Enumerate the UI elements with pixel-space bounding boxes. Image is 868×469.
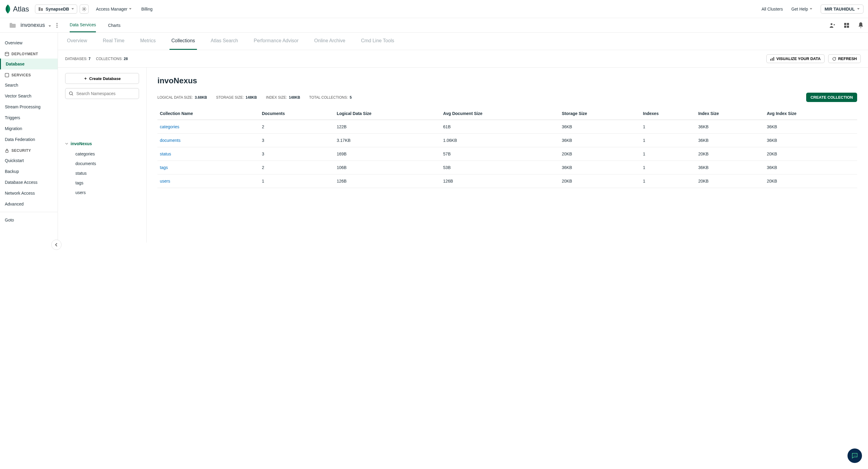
chevron-down-icon xyxy=(129,8,131,10)
tree-collection-categories[interactable]: categories xyxy=(65,149,139,159)
ctab-cmd-line-tools[interactable]: Cmd Line Tools xyxy=(359,33,396,50)
sidebar-advanced[interactable]: Advanced xyxy=(0,199,58,209)
sidebar-triggers[interactable]: Triggers xyxy=(0,112,58,123)
gear-icon xyxy=(82,7,87,11)
svg-point-5 xyxy=(56,27,58,28)
tree-collection-documents[interactable]: documents xyxy=(65,159,139,168)
th-name: Collection Name xyxy=(157,108,259,120)
billing-link[interactable]: Billing xyxy=(141,7,152,11)
person-plus-icon xyxy=(829,22,835,28)
sidebar-security-head: SECURITY xyxy=(0,145,58,155)
divider xyxy=(0,212,58,212)
invite-button[interactable] xyxy=(829,22,835,28)
collection-link[interactable]: users xyxy=(160,179,170,183)
access-manager-link[interactable]: Access Manager xyxy=(96,7,131,11)
ctab-collections[interactable]: Collections xyxy=(169,33,197,50)
extensions-button[interactable] xyxy=(843,22,849,28)
th-logical: Logical Data Size xyxy=(334,108,441,120)
org-selector[interactable]: SynapseDB xyxy=(35,4,77,13)
org-icon xyxy=(38,7,43,11)
svg-rect-1 xyxy=(41,8,43,11)
sidebar-quickstart[interactable]: Quickstart xyxy=(0,155,58,166)
ctab-overview[interactable]: Overview xyxy=(65,33,89,50)
lock-icon xyxy=(5,148,9,153)
get-help-link[interactable]: Get Help xyxy=(792,7,812,11)
sidebar-collapse-button[interactable] xyxy=(51,240,62,250)
sidebar-search[interactable]: Search xyxy=(0,80,58,91)
sidebar-stream-processing[interactable]: Stream Processing xyxy=(0,101,58,112)
project-menu[interactable] xyxy=(56,23,58,28)
th-storage: Storage Size xyxy=(559,108,641,120)
folder-icon xyxy=(9,22,16,29)
refresh-button[interactable]: REFRESH xyxy=(828,54,861,63)
refresh-icon xyxy=(832,57,836,61)
svg-point-3 xyxy=(56,23,58,24)
tree-collection-status[interactable]: status xyxy=(65,168,139,178)
sidebar-goto[interactable]: Goto xyxy=(0,214,58,226)
visualize-button[interactable]: VISUALIZE YOUR DATA xyxy=(766,54,825,63)
all-clusters-link[interactable]: All Clusters xyxy=(762,7,783,11)
tree-collection-tags[interactable]: tags xyxy=(65,178,139,188)
sidebar-migration[interactable]: Migration xyxy=(0,123,58,134)
ctab-metrics[interactable]: Metrics xyxy=(138,33,158,50)
svg-rect-0 xyxy=(39,7,40,11)
svg-rect-12 xyxy=(5,74,9,77)
sidebar-services-head: SERVICES xyxy=(0,69,58,80)
settings-button[interactable] xyxy=(80,4,89,13)
sidebar-data-federation[interactable]: Data Federation xyxy=(0,134,58,145)
project-navbar: invonexus Data Services Charts xyxy=(0,18,868,33)
chart-icon xyxy=(770,57,775,61)
tab-charts[interactable]: Charts xyxy=(108,19,120,32)
tree-collection-users[interactable]: users xyxy=(65,188,139,197)
collection-link[interactable]: documents xyxy=(160,138,180,143)
search-input[interactable] xyxy=(76,91,135,96)
ctab-real-time[interactable]: Real Time xyxy=(101,33,126,50)
sidebar-deployment-head: DEPLOYMENT xyxy=(0,48,58,59)
chevron-left-icon xyxy=(55,243,58,246)
database-icon xyxy=(5,52,9,56)
collections-table: Collection Name Documents Logical Data S… xyxy=(157,108,857,188)
collection-link[interactable]: tags xyxy=(160,165,168,170)
notifications-button[interactable] xyxy=(858,22,864,28)
sidebar: Overview DEPLOYMENT Database SERVICES Se… xyxy=(0,33,58,250)
create-collection-button[interactable]: CREATE COLLECTION xyxy=(806,93,857,102)
sidebar-backup[interactable]: Backup xyxy=(0,166,58,177)
project-selector[interactable] xyxy=(49,23,51,28)
user-menu[interactable]: MIR TAUHIDUL xyxy=(820,4,864,13)
database-panel: ＋ Create Database invoNexus categories d… xyxy=(58,68,147,243)
collection-link[interactable]: status xyxy=(160,151,171,156)
ctab-performance-advisor[interactable]: Performance Advisor xyxy=(252,33,300,50)
th-avgindex: Avg Index Size xyxy=(764,108,857,120)
tab-data-services[interactable]: Data Services xyxy=(70,18,96,32)
topbar: Atlas SynapseDB Access Manager Billing A… xyxy=(0,0,868,18)
search-icon xyxy=(69,91,73,96)
th-indexsize: Index Size xyxy=(696,108,764,120)
svg-point-4 xyxy=(56,25,58,26)
svg-point-2 xyxy=(84,8,85,10)
table-row: documents 3 3.17KB 1.06KB 36KB 1 36KB 36… xyxy=(157,134,857,147)
bell-icon xyxy=(858,22,864,28)
sidebar-vector-search[interactable]: Vector Search xyxy=(0,91,58,101)
sidebar-database[interactable]: Database xyxy=(0,59,58,69)
create-database-button[interactable]: ＋ Create Database xyxy=(65,73,139,84)
brand-name: Atlas xyxy=(13,5,29,13)
puzzle-icon xyxy=(843,22,849,28)
collection-detail: invoNexus LOGICAL DATA SIZE:3.68KB STORA… xyxy=(147,68,868,243)
sidebar-network-access[interactable]: Network Access xyxy=(0,188,58,199)
th-avgdoc: Avg Document Size xyxy=(441,108,559,120)
stats-row: DATABASES:7 COLLECTIONS:28 VISUALIZE YOU… xyxy=(58,50,868,68)
svg-point-17 xyxy=(69,92,72,95)
table-row: users 1 126B 126B 20KB 1 20KB 20KB xyxy=(157,174,857,188)
ctab-atlas-search[interactable]: Atlas Search xyxy=(209,33,240,50)
ctab-online-archive[interactable]: Online Archive xyxy=(312,33,347,50)
sidebar-database-access[interactable]: Database Access xyxy=(0,177,58,188)
sidebar-overview[interactable]: Overview xyxy=(0,37,58,48)
search-namespaces[interactable] xyxy=(65,88,139,99)
leaf-icon xyxy=(4,4,11,13)
kebab-icon xyxy=(56,23,58,28)
collection-link[interactable]: categories xyxy=(160,124,180,129)
tree-db-invonexus[interactable]: invoNexus xyxy=(65,141,139,146)
svg-rect-15 xyxy=(772,58,773,61)
logo[interactable]: Atlas xyxy=(4,4,29,13)
svg-point-6 xyxy=(831,23,832,25)
